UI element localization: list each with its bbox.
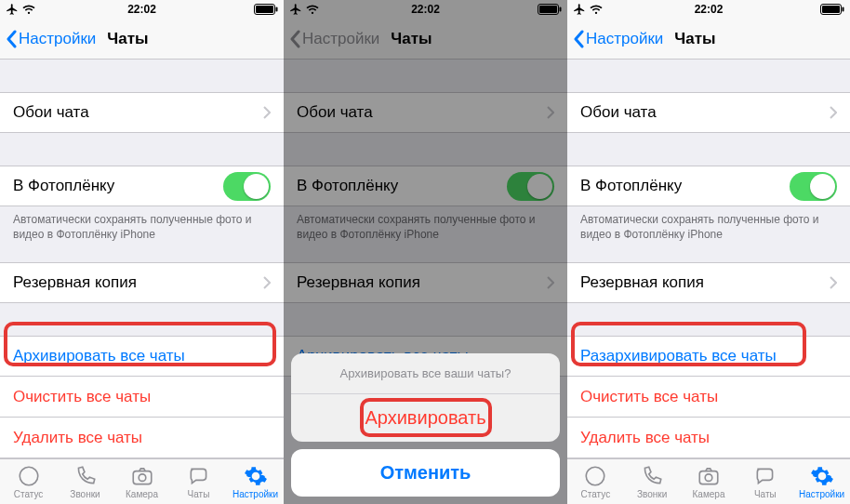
row-label: Очистить все чаты [580, 388, 718, 406]
status-bar: 22:02 [567, 0, 850, 19]
tab-calls[interactable]: Звонки [57, 459, 113, 504]
camera-roll-toggle[interactable] [223, 172, 271, 201]
tab-bar: Статус Звонки Камера Чаты Настройки [567, 458, 850, 504]
svg-point-3 [20, 467, 38, 485]
row-label: В Фотоплёнку [580, 177, 682, 195]
tab-camera[interactable]: Камера [681, 459, 737, 504]
nav-title: Чаты [96, 30, 148, 48]
row-delete-all[interactable]: Удалить все чаты [567, 418, 850, 458]
tab-label: Настройки [232, 489, 278, 499]
row-delete-all[interactable]: Удалить все чаты [0, 418, 284, 458]
tab-status[interactable]: Статус [0, 459, 57, 504]
sheet-cancel-label: Отменить [380, 462, 471, 483]
row-wallpaper[interactable]: Обои чата [567, 92, 850, 133]
row-clear-all[interactable]: Очистить все чаты [567, 377, 850, 418]
svg-rect-4 [133, 471, 152, 484]
gear-icon [810, 464, 834, 488]
svg-point-14 [705, 474, 712, 482]
camera-roll-note: Автоматически сохранять полученные фото … [567, 206, 850, 242]
tab-label: Звонки [70, 489, 100, 499]
row-label: Удалить все чаты [580, 429, 710, 447]
nav-bar: Настройки Чаты [567, 19, 850, 60]
sheet-archive-label: Архивировать [365, 407, 485, 428]
svg-point-5 [139, 474, 146, 482]
gear-icon [244, 464, 268, 488]
tab-label: Звонки [637, 489, 667, 499]
row-label: Обои чата [13, 103, 89, 122]
camera-icon [697, 464, 721, 488]
svg-rect-13 [699, 471, 718, 484]
phone-icon [73, 464, 98, 488]
tab-label: Чаты [754, 489, 777, 499]
status-time: 22:02 [567, 3, 850, 16]
row-unarchive-all[interactable]: Разархивировать все чаты [567, 336, 850, 377]
tab-status[interactable]: Статус [567, 459, 624, 504]
row-label: Резервная копия [580, 273, 704, 292]
chevron-left-icon [573, 30, 584, 48]
svg-point-12 [587, 467, 605, 485]
row-label: Архивировать все чаты [13, 347, 185, 365]
back-label: Настройки [586, 30, 663, 48]
status-bar: 22:02 [0, 0, 284, 19]
chevron-left-icon [6, 30, 17, 48]
phone-screen-2: 22:02 Настройки Чаты Обои чата В Фотоплё… [284, 0, 567, 504]
tab-label: Статус [581, 489, 611, 499]
tab-settings[interactable]: Настройки [227, 459, 284, 504]
row-label: Резервная копия [13, 273, 137, 292]
row-backup[interactable]: Резервная копия [567, 262, 850, 303]
tab-chats[interactable]: Чаты [170, 459, 227, 504]
sheet-title: Архивировать все ваши чаты? [291, 353, 560, 394]
tab-label: Статус [14, 489, 44, 499]
row-archive-all[interactable]: Архивировать все чаты [0, 336, 284, 377]
camera-icon [130, 464, 154, 488]
chevron-right-icon [263, 106, 271, 119]
chevron-right-icon [263, 276, 271, 289]
row-camera-roll[interactable]: В Фотоплёнку [0, 166, 284, 206]
row-label: В Фотоплёнку [13, 177, 114, 195]
sheet-archive-button[interactable]: Архивировать [291, 394, 560, 442]
row-label: Разархивировать все чаты [580, 347, 777, 365]
tab-label: Камера [126, 489, 158, 499]
status-icon [583, 464, 607, 488]
tab-label: Камера [693, 489, 725, 499]
tab-camera[interactable]: Камера [113, 459, 170, 504]
phone-screen-1: 22:02 Настройки Чаты Обои чата В Фотоплё… [0, 0, 284, 504]
chats-icon [187, 464, 211, 488]
back-label: Настройки [19, 30, 96, 48]
tab-calls[interactable]: Звонки [624, 459, 681, 504]
phone-screen-3: 22:02 Настройки Чаты Обои чата В Фотоплё… [567, 0, 850, 504]
phone-icon [640, 464, 664, 488]
tab-label: Чаты [188, 489, 210, 499]
row-label: Удалить все чаты [13, 429, 142, 447]
tab-label: Настройки [799, 489, 844, 499]
row-backup[interactable]: Резервная копия [0, 262, 284, 303]
nav-bar: Настройки Чаты [0, 19, 284, 60]
tab-bar: Статус Звонки Камера Чаты Настройки [0, 458, 284, 504]
chevron-right-icon [830, 106, 837, 119]
row-wallpaper[interactable]: Обои чата [0, 92, 284, 133]
row-label: Обои чата [580, 103, 657, 122]
chevron-right-icon [830, 276, 837, 289]
camera-roll-note: Автоматически сохранять полученные фото … [0, 206, 284, 242]
tab-chats[interactable]: Чаты [737, 459, 793, 504]
status-time: 22:02 [0, 3, 284, 16]
action-sheet: Архивировать все ваши чаты? Архивировать… [291, 353, 560, 497]
tab-settings[interactable]: Настройки [793, 459, 850, 504]
camera-roll-toggle[interactable] [790, 172, 837, 201]
back-button[interactable]: Настройки [567, 30, 663, 48]
status-icon [17, 464, 41, 488]
chats-icon [753, 464, 777, 488]
nav-title: Чаты [663, 30, 715, 48]
sheet-cancel-button[interactable]: Отменить [291, 449, 560, 497]
row-clear-all[interactable]: Очистить все чаты [0, 377, 284, 418]
back-button[interactable]: Настройки [0, 30, 96, 48]
row-label: Очистить все чаты [13, 388, 151, 406]
row-camera-roll[interactable]: В Фотоплёнку [567, 166, 850, 206]
